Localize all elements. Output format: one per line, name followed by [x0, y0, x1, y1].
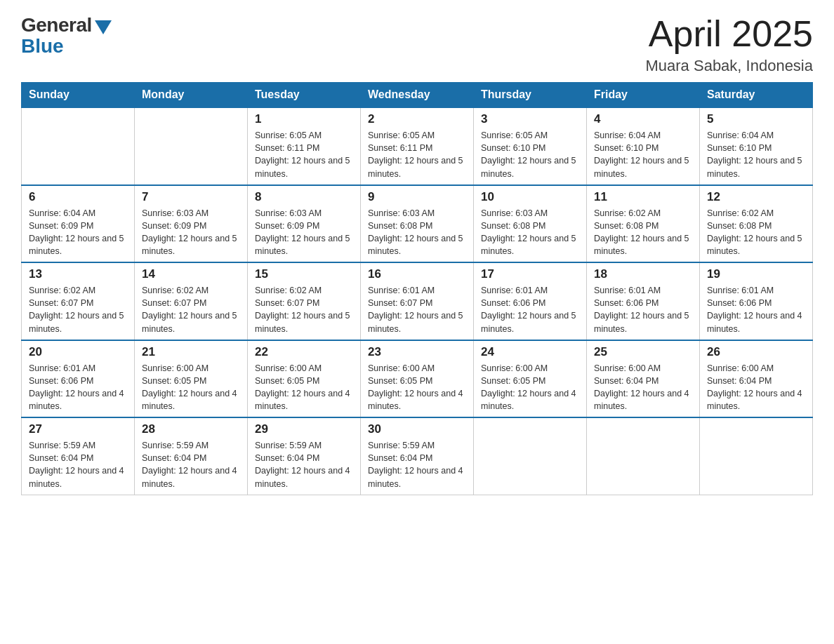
- day-info: Sunrise: 6:01 AM Sunset: 6:06 PM Dayligh…: [594, 284, 692, 335]
- day-info: Sunrise: 6:00 AM Sunset: 6:05 PM Dayligh…: [142, 362, 240, 413]
- day-info: Sunrise: 6:03 AM Sunset: 6:08 PM Dayligh…: [481, 207, 579, 258]
- calendar-cell: 13Sunrise: 6:02 AM Sunset: 6:07 PM Dayli…: [22, 262, 135, 340]
- day-number: 4: [594, 112, 692, 126]
- day-info: Sunrise: 6:00 AM Sunset: 6:05 PM Dayligh…: [255, 362, 353, 413]
- logo-blue-text: Blue: [21, 35, 64, 58]
- column-header-thursday: Thursday: [474, 83, 587, 108]
- calendar-cell: [700, 417, 813, 495]
- calendar-week-row: 20Sunrise: 6:01 AM Sunset: 6:06 PM Dayli…: [22, 340, 813, 418]
- day-number: 14: [142, 267, 240, 281]
- page-header: General Blue April 2025 Muara Sabak, Ind…: [21, 14, 813, 75]
- day-number: 10: [481, 190, 579, 204]
- day-number: 24: [481, 345, 579, 359]
- day-number: 19: [707, 267, 805, 281]
- day-number: 2: [368, 112, 466, 126]
- calendar-cell: 6Sunrise: 6:04 AM Sunset: 6:09 PM Daylig…: [22, 185, 135, 263]
- day-number: 13: [29, 267, 127, 281]
- calendar-cell: 18Sunrise: 6:01 AM Sunset: 6:06 PM Dayli…: [587, 262, 700, 340]
- calendar-cell: 16Sunrise: 6:01 AM Sunset: 6:07 PM Dayli…: [361, 262, 474, 340]
- calendar-cell: 17Sunrise: 6:01 AM Sunset: 6:06 PM Dayli…: [474, 262, 587, 340]
- day-number: 3: [481, 112, 579, 126]
- day-info: Sunrise: 6:04 AM Sunset: 6:10 PM Dayligh…: [594, 129, 692, 180]
- logo: General Blue: [21, 14, 112, 58]
- day-number: 21: [142, 345, 240, 359]
- day-info: Sunrise: 6:01 AM Sunset: 6:06 PM Dayligh…: [481, 284, 579, 335]
- title-block: April 2025 Muara Sabak, Indonesia: [646, 14, 814, 75]
- calendar-cell: 22Sunrise: 6:00 AM Sunset: 6:05 PM Dayli…: [248, 340, 361, 418]
- day-info: Sunrise: 6:03 AM Sunset: 6:08 PM Dayligh…: [368, 207, 466, 258]
- day-info: Sunrise: 5:59 AM Sunset: 6:04 PM Dayligh…: [29, 439, 127, 490]
- day-info: Sunrise: 6:05 AM Sunset: 6:11 PM Dayligh…: [368, 129, 466, 180]
- day-info: Sunrise: 6:00 AM Sunset: 6:04 PM Dayligh…: [707, 362, 805, 413]
- column-header-saturday: Saturday: [700, 83, 813, 108]
- day-info: Sunrise: 6:00 AM Sunset: 6:05 PM Dayligh…: [481, 362, 579, 413]
- day-number: 11: [594, 190, 692, 204]
- calendar-cell: 1Sunrise: 6:05 AM Sunset: 6:11 PM Daylig…: [248, 107, 361, 185]
- day-info: Sunrise: 6:02 AM Sunset: 6:08 PM Dayligh…: [594, 207, 692, 258]
- column-header-monday: Monday: [135, 83, 248, 108]
- day-number: 17: [481, 267, 579, 281]
- day-info: Sunrise: 6:04 AM Sunset: 6:09 PM Dayligh…: [29, 207, 127, 258]
- calendar-cell: 14Sunrise: 6:02 AM Sunset: 6:07 PM Dayli…: [135, 262, 248, 340]
- day-info: Sunrise: 5:59 AM Sunset: 6:04 PM Dayligh…: [368, 439, 466, 490]
- calendar-cell: 29Sunrise: 5:59 AM Sunset: 6:04 PM Dayli…: [248, 417, 361, 495]
- day-info: Sunrise: 6:05 AM Sunset: 6:10 PM Dayligh…: [481, 129, 579, 180]
- day-number: 18: [594, 267, 692, 281]
- calendar-cell: 9Sunrise: 6:03 AM Sunset: 6:08 PM Daylig…: [361, 185, 474, 263]
- calendar-cell: 19Sunrise: 6:01 AM Sunset: 6:06 PM Dayli…: [700, 262, 813, 340]
- day-number: 27: [29, 422, 127, 436]
- calendar-cell: 20Sunrise: 6:01 AM Sunset: 6:06 PM Dayli…: [22, 340, 135, 418]
- calendar-cell: 11Sunrise: 6:02 AM Sunset: 6:08 PM Dayli…: [587, 185, 700, 263]
- calendar-cell: 8Sunrise: 6:03 AM Sunset: 6:09 PM Daylig…: [248, 185, 361, 263]
- day-number: 20: [29, 345, 127, 359]
- day-number: 22: [255, 345, 353, 359]
- day-number: 1: [255, 112, 353, 126]
- day-number: 29: [255, 422, 353, 436]
- calendar-cell: 4Sunrise: 6:04 AM Sunset: 6:10 PM Daylig…: [587, 107, 700, 185]
- logo-general-text: General: [21, 14, 92, 36]
- calendar-week-row: 27Sunrise: 5:59 AM Sunset: 6:04 PM Dayli…: [22, 417, 813, 495]
- day-number: 12: [707, 190, 805, 204]
- column-header-sunday: Sunday: [22, 83, 135, 108]
- calendar-cell: 28Sunrise: 5:59 AM Sunset: 6:04 PM Dayli…: [135, 417, 248, 495]
- day-number: 16: [368, 267, 466, 281]
- column-header-wednesday: Wednesday: [361, 83, 474, 108]
- day-number: 8: [255, 190, 353, 204]
- day-info: Sunrise: 6:01 AM Sunset: 6:07 PM Dayligh…: [368, 284, 466, 335]
- day-info: Sunrise: 6:02 AM Sunset: 6:07 PM Dayligh…: [255, 284, 353, 335]
- day-info: Sunrise: 6:02 AM Sunset: 6:08 PM Dayligh…: [707, 207, 805, 258]
- column-header-friday: Friday: [587, 83, 700, 108]
- calendar-cell: [474, 417, 587, 495]
- calendar-cell: 15Sunrise: 6:02 AM Sunset: 6:07 PM Dayli…: [248, 262, 361, 340]
- calendar-cell: 7Sunrise: 6:03 AM Sunset: 6:09 PM Daylig…: [135, 185, 248, 263]
- calendar-subtitle: Muara Sabak, Indonesia: [646, 57, 814, 75]
- calendar-cell: 5Sunrise: 6:04 AM Sunset: 6:10 PM Daylig…: [700, 107, 813, 185]
- day-info: Sunrise: 6:02 AM Sunset: 6:07 PM Dayligh…: [142, 284, 240, 335]
- logo-triangle-icon: [95, 20, 112, 34]
- day-number: 9: [368, 190, 466, 204]
- calendar-cell: 24Sunrise: 6:00 AM Sunset: 6:05 PM Dayli…: [474, 340, 587, 418]
- day-info: Sunrise: 6:02 AM Sunset: 6:07 PM Dayligh…: [29, 284, 127, 335]
- day-number: 28: [142, 422, 240, 436]
- calendar-title: April 2025: [646, 14, 814, 54]
- calendar-table: SundayMondayTuesdayWednesdayThursdayFrid…: [21, 82, 813, 495]
- day-number: 7: [142, 190, 240, 204]
- day-number: 23: [368, 345, 466, 359]
- day-info: Sunrise: 6:03 AM Sunset: 6:09 PM Dayligh…: [142, 207, 240, 258]
- calendar-cell: [22, 107, 135, 185]
- day-number: 30: [368, 422, 466, 436]
- day-info: Sunrise: 6:01 AM Sunset: 6:06 PM Dayligh…: [707, 284, 805, 335]
- day-info: Sunrise: 6:00 AM Sunset: 6:05 PM Dayligh…: [368, 362, 466, 413]
- day-number: 25: [594, 345, 692, 359]
- calendar-cell: 27Sunrise: 5:59 AM Sunset: 6:04 PM Dayli…: [22, 417, 135, 495]
- day-info: Sunrise: 6:03 AM Sunset: 6:09 PM Dayligh…: [255, 207, 353, 258]
- day-number: 15: [255, 267, 353, 281]
- calendar-cell: 3Sunrise: 6:05 AM Sunset: 6:10 PM Daylig…: [474, 107, 587, 185]
- calendar-cell: 10Sunrise: 6:03 AM Sunset: 6:08 PM Dayli…: [474, 185, 587, 263]
- day-info: Sunrise: 5:59 AM Sunset: 6:04 PM Dayligh…: [255, 439, 353, 490]
- day-info: Sunrise: 6:04 AM Sunset: 6:10 PM Dayligh…: [707, 129, 805, 180]
- calendar-header-row: SundayMondayTuesdayWednesdayThursdayFrid…: [22, 83, 813, 108]
- calendar-cell: 25Sunrise: 6:00 AM Sunset: 6:04 PM Dayli…: [587, 340, 700, 418]
- day-number: 5: [707, 112, 805, 126]
- calendar-cell: 26Sunrise: 6:00 AM Sunset: 6:04 PM Dayli…: [700, 340, 813, 418]
